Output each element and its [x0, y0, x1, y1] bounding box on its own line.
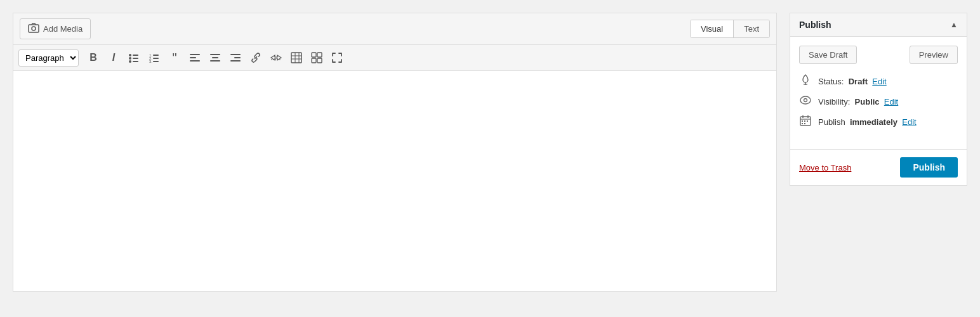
preview-button[interactable]: Preview [910, 46, 958, 64]
svg-rect-45 [804, 123, 805, 124]
publish-time-text: Publish immediately Edit [818, 117, 917, 127]
svg-rect-15 [190, 57, 196, 58]
svg-point-2 [129, 54, 131, 56]
svg-rect-21 [234, 57, 241, 58]
svg-point-1 [32, 27, 36, 30]
publish-box: Publish ▲ Save Draft Preview Status: [790, 13, 967, 186]
svg-rect-9 [153, 55, 159, 56]
svg-rect-24 [291, 53, 301, 63]
publish-button[interactable]: Publish [900, 157, 958, 178]
svg-rect-42 [804, 120, 805, 122]
view-tabs: Visual Text [690, 20, 770, 38]
publish-time-label: Publish [818, 117, 845, 127]
status-text: Status: Draft Edit [818, 77, 887, 86]
editor-content[interactable] [13, 71, 776, 287]
svg-point-35 [800, 96, 811, 104]
save-draft-button[interactable]: Save Draft [799, 46, 857, 64]
fullscreen-button[interactable] [328, 49, 347, 67]
publish-panel: Publish ▲ Save Draft Preview Status: [790, 13, 967, 186]
svg-rect-43 [807, 120, 808, 122]
visibility-icon [799, 96, 812, 107]
svg-point-4 [129, 57, 131, 60]
svg-rect-17 [210, 54, 220, 55]
table-button[interactable] [287, 49, 306, 67]
publish-body: Save Draft Preview Status: Draft Edit [790, 37, 967, 149]
status-label: Status: [818, 77, 844, 86]
visibility-label: Visibility: [818, 97, 850, 107]
tab-text[interactable]: Text [734, 20, 769, 37]
svg-rect-3 [133, 55, 138, 56]
calendar-icon [799, 115, 812, 129]
svg-rect-41 [802, 120, 803, 122]
svg-rect-5 [133, 58, 138, 59]
svg-rect-11 [153, 58, 159, 59]
visibility-text: Visibility: Public Edit [818, 97, 898, 107]
svg-point-6 [129, 60, 131, 63]
collapse-icon: ▲ [950, 20, 958, 29]
italic-button[interactable]: I [104, 49, 123, 67]
visibility-value: Public [855, 97, 880, 107]
publish-time-edit-link[interactable]: Edit [902, 117, 916, 127]
move-to-trash-button[interactable]: Move to Trash [799, 163, 851, 172]
svg-rect-13 [153, 61, 159, 62]
unordered-list-button[interactable] [124, 49, 143, 67]
status-value: Draft [849, 77, 868, 86]
svg-rect-44 [802, 123, 803, 124]
svg-rect-32 [317, 58, 322, 63]
publish-meta: Status: Draft Edit Visibility: Public [799, 74, 958, 129]
align-left-button[interactable] [185, 49, 204, 67]
publish-time-row: Publish immediately Edit [799, 115, 958, 129]
align-center-button[interactable] [206, 49, 225, 67]
svg-rect-0 [29, 25, 39, 32]
publish-footer: Move to Trash Publish [790, 149, 967, 185]
editor-area: Add Media Visual Text Paragraph B I 1.2.… [13, 13, 777, 292]
more-button[interactable] [267, 49, 286, 67]
tab-visual[interactable]: Visual [691, 20, 734, 37]
svg-rect-20 [230, 54, 241, 55]
svg-point-36 [804, 99, 807, 102]
editor-top-bar: Add Media Visual Text [13, 13, 776, 45]
svg-rect-7 [133, 61, 138, 62]
svg-rect-16 [190, 60, 200, 61]
publish-header: Publish ▲ [790, 13, 967, 37]
svg-rect-18 [212, 57, 218, 58]
blockquote-button[interactable]: " [165, 49, 184, 67]
svg-rect-29 [312, 53, 316, 57]
svg-text:3.: 3. [149, 60, 152, 63]
svg-rect-30 [317, 53, 322, 57]
bold-button[interactable]: B [84, 49, 103, 67]
svg-rect-31 [312, 58, 316, 63]
add-media-label: Add Media [43, 24, 83, 34]
grid-button[interactable] [307, 49, 326, 67]
visibility-row: Visibility: Public Edit [799, 96, 958, 107]
link-button[interactable] [246, 49, 265, 67]
ordered-list-button[interactable]: 1.2.3. [145, 49, 164, 67]
add-media-button[interactable]: Add Media [20, 18, 91, 39]
svg-rect-22 [230, 60, 241, 61]
status-icon [799, 74, 812, 88]
publish-title: Publish [799, 20, 831, 30]
svg-rect-14 [190, 54, 200, 55]
svg-rect-19 [210, 60, 220, 61]
publish-actions: Save Draft Preview [799, 46, 958, 64]
publish-time-value: immediately [850, 117, 897, 127]
status-edit-link[interactable]: Edit [872, 77, 886, 86]
add-media-icon [28, 23, 39, 35]
align-right-button[interactable] [226, 49, 245, 67]
status-row: Status: Draft Edit [799, 74, 958, 88]
visibility-edit-link[interactable]: Edit [884, 97, 898, 107]
editor-toolbar: Paragraph B I 1.2.3. " [13, 45, 776, 71]
paragraph-select[interactable]: Paragraph [18, 49, 79, 67]
